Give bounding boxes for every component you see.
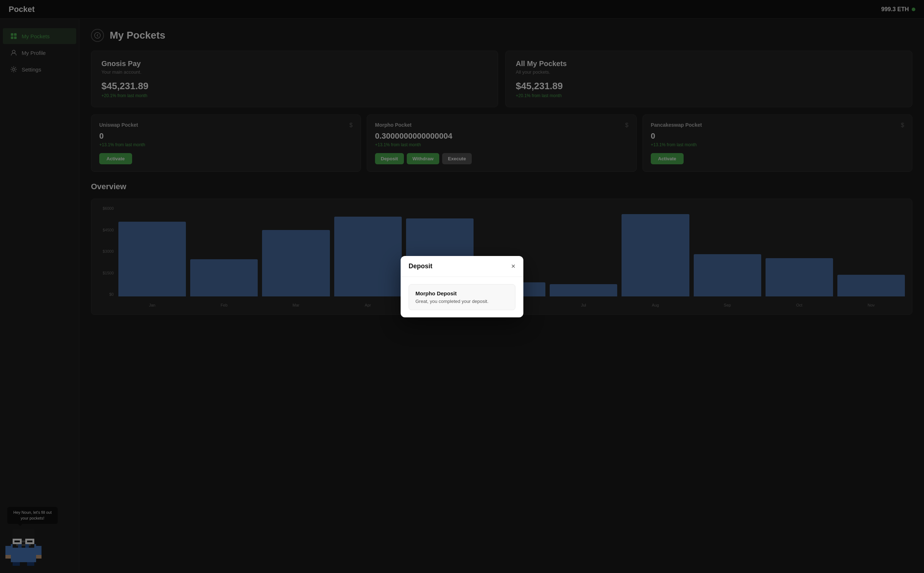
modal-card-desc: Great, you completed your deposit. — [416, 299, 508, 304]
modal-close-button[interactable]: × — [511, 263, 516, 270]
modal-title: Deposit — [408, 263, 432, 270]
modal-content-card: Morpho Deposit Great, you completed your… — [408, 284, 516, 310]
modal-card-title: Morpho Deposit — [416, 290, 508, 296]
deposit-modal: Deposit × Morpho Deposit Great, you comp… — [401, 256, 523, 317]
modal-body: Morpho Deposit Great, you completed your… — [401, 277, 523, 317]
modal-overlay[interactable]: Deposit × Morpho Deposit Great, you comp… — [0, 0, 924, 573]
modal-header: Deposit × — [401, 256, 523, 277]
